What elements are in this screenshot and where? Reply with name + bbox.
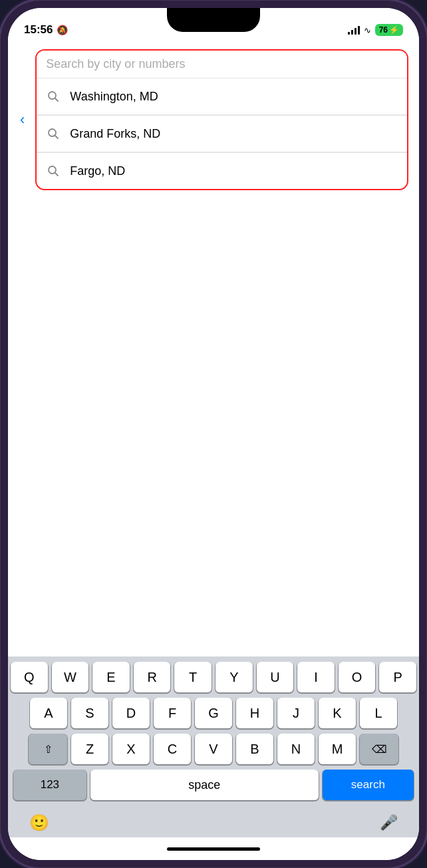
time-label: 15:56 (24, 23, 53, 37)
list-item[interactable]: Grand Forks, ND (37, 116, 407, 152)
key-g[interactable]: G (195, 698, 232, 728)
signal-bar-2 (351, 30, 353, 35)
microphone-icon[interactable]: 🎤 (380, 814, 398, 831)
key-c[interactable]: C (154, 734, 191, 764)
key-l[interactable]: L (360, 698, 397, 728)
key-b[interactable]: B (236, 734, 273, 764)
key-i[interactable]: I (297, 662, 335, 692)
svg-line-5 (55, 173, 58, 176)
emoji-icon[interactable]: 🙂 (29, 813, 49, 832)
key-z[interactable]: Z (71, 734, 108, 764)
key-j[interactable]: J (277, 698, 315, 728)
battery-label: 76 (379, 25, 388, 35)
svg-point-4 (49, 166, 56, 174)
key-w[interactable]: W (52, 662, 89, 692)
status-time: 15:56 🔕 (24, 23, 68, 37)
key-f[interactable]: F (154, 698, 191, 728)
key-m[interactable]: M (319, 734, 356, 764)
keyboard-row-2: A S D F G H J K L (11, 698, 416, 728)
search-icon (46, 126, 61, 141)
search-key[interactable]: search (323, 770, 414, 800)
keyboard-accessory: 🙂 🎤 (11, 805, 416, 837)
signal-bar-3 (355, 28, 356, 35)
battery-symbol: ⚡ (389, 25, 399, 35)
content-area (8, 196, 419, 656)
search-results-container: Washington, MD Grand Forks, ND (35, 49, 408, 190)
wifi-icon: ∿ (364, 25, 371, 35)
key-h[interactable]: H (236, 698, 273, 728)
signal-bar-4 (358, 26, 360, 35)
keyboard-row-1: Q W E R T Y U I O P (11, 662, 416, 692)
home-bar (167, 847, 260, 851)
key-a[interactable]: A (30, 698, 67, 728)
phone-screen: 15:56 🔕 ∿ 76⚡ ‹ (8, 8, 419, 860)
shift-key[interactable]: ⇧ (29, 734, 67, 764)
result-text: Fargo, ND (70, 164, 125, 178)
key-q[interactable]: Q (11, 662, 48, 692)
space-key[interactable]: space (90, 770, 319, 800)
signal-icon (348, 25, 360, 35)
back-button[interactable]: ‹ (16, 108, 29, 131)
key-p[interactable]: P (379, 662, 416, 692)
keyboard-bottom-row: 123 space search (11, 770, 416, 800)
status-right: ∿ 76⚡ (348, 24, 403, 36)
key-v[interactable]: V (195, 734, 232, 764)
delete-key[interactable]: ⌫ (360, 734, 398, 764)
battery-icon: 76⚡ (375, 24, 403, 36)
svg-line-1 (55, 98, 58, 101)
phone-frame: 15:56 🔕 ∿ 76⚡ ‹ (0, 0, 427, 868)
key-r[interactable]: R (134, 662, 171, 692)
result-text: Grand Forks, ND (70, 127, 160, 141)
numbers-key[interactable]: 123 (13, 770, 86, 800)
key-s[interactable]: S (71, 698, 108, 728)
svg-point-2 (49, 129, 56, 136)
search-header: ‹ Washington, MD (8, 44, 419, 196)
signal-bar-1 (348, 32, 350, 35)
key-y[interactable]: Y (215, 662, 253, 692)
notch (167, 8, 260, 32)
key-d[interactable]: D (112, 698, 150, 728)
svg-point-0 (49, 92, 56, 99)
key-k[interactable]: K (319, 698, 356, 728)
search-input-row (37, 51, 407, 78)
key-t[interactable]: T (174, 662, 212, 692)
key-n[interactable]: N (277, 734, 315, 764)
key-e[interactable]: E (92, 662, 130, 692)
search-icon (46, 164, 61, 178)
svg-line-3 (55, 136, 58, 138)
keyboard-row-3: ⇧ Z X C V B N M ⌫ (11, 734, 416, 764)
key-o[interactable]: O (339, 662, 376, 692)
keyboard: Q W E R T Y U I O P A S D F G H J K (8, 656, 419, 837)
list-item[interactable]: Fargo, ND (37, 153, 407, 189)
search-input[interactable] (46, 57, 398, 71)
result-text: Washington, MD (70, 90, 158, 104)
list-item[interactable]: Washington, MD (37, 78, 407, 115)
key-u[interactable]: U (257, 662, 294, 692)
search-icon (46, 89, 61, 104)
home-indicator (8, 837, 419, 860)
key-x[interactable]: X (112, 734, 150, 764)
mute-icon: 🔕 (57, 25, 68, 35)
